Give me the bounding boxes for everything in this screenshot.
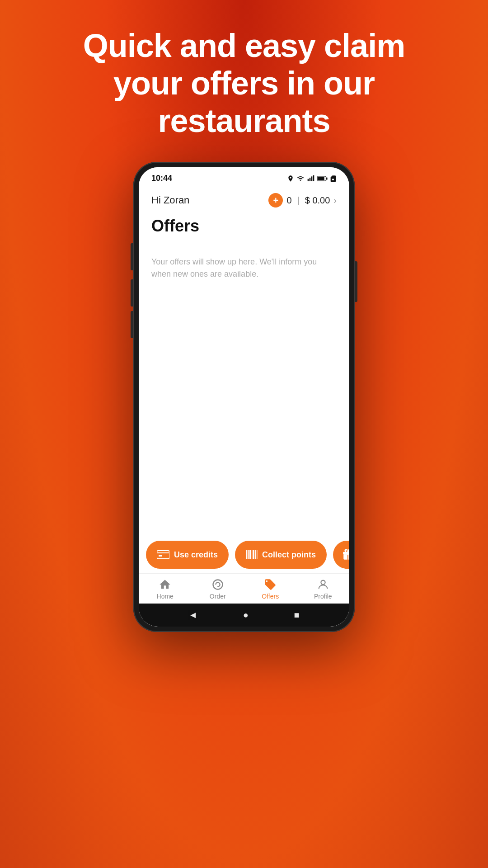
status-icons [287, 175, 337, 182]
phone-wrapper: 10:44 Hi Zoran + [0, 157, 488, 868]
credits-plus-icon: + [268, 193, 283, 208]
svg-rect-14 [253, 550, 254, 559]
home-icon [159, 578, 171, 591]
svg-rect-0 [308, 179, 309, 181]
collect-points-icon [246, 549, 258, 561]
nav-offers-label: Offers [262, 593, 279, 600]
gift-icon [342, 549, 349, 561]
top-bar: Hi Zoran + 0 | $ 0.00 › [139, 187, 349, 212]
svg-rect-11 [248, 550, 249, 559]
svg-point-17 [213, 580, 222, 590]
page-title: Offers [139, 212, 349, 243]
credits-chevron-icon: › [333, 195, 337, 206]
use-credits-button[interactable]: Use credits [146, 541, 229, 569]
system-nav-bar: ◄ ● ■ [139, 604, 349, 627]
svg-point-18 [321, 580, 325, 585]
credits-separator: | [297, 195, 300, 206]
svg-rect-15 [255, 550, 256, 559]
headline-line3: restaurants [158, 103, 330, 139]
greeting-text: Hi Zoran [151, 194, 189, 206]
recents-button[interactable]: ■ [294, 610, 300, 620]
nav-home-label: Home [157, 593, 174, 600]
svg-rect-2 [311, 176, 313, 181]
bottom-nav: Home Order [139, 573, 349, 604]
svg-rect-13 [252, 550, 253, 559]
back-button[interactable]: ◄ [188, 610, 197, 620]
svg-rect-10 [246, 550, 248, 559]
svg-rect-6 [317, 177, 324, 180]
collect-points-button[interactable]: Collect points [235, 541, 327, 569]
order-icon [211, 578, 224, 591]
offers-content: Your offers will show up here. We'll inf… [139, 243, 349, 533]
svg-rect-7 [157, 551, 169, 559]
home-button[interactable]: ● [243, 610, 249, 620]
nav-item-order[interactable]: Order [192, 578, 244, 600]
credits-amount: $ 0.00 [305, 195, 330, 206]
nav-profile-label: Profile [314, 593, 332, 600]
svg-rect-3 [313, 175, 314, 181]
nav-order-label: Order [210, 593, 226, 600]
phone-frame: 10:44 Hi Zoran + [133, 162, 355, 632]
nav-item-offers[interactable]: Offers [244, 578, 297, 600]
use-credits-icon [157, 550, 169, 560]
nav-item-home[interactable]: Home [139, 578, 192, 600]
phone-screen: 10:44 Hi Zoran + [139, 167, 349, 627]
signal-icon [307, 175, 315, 182]
offers-empty-message: Your offers will show up here. We'll inf… [151, 256, 337, 280]
credits-badge[interactable]: + 0 | $ 0.00 › [268, 193, 337, 208]
svg-rect-16 [257, 550, 258, 559]
headline-line2: your offers in our [113, 65, 375, 101]
svg-rect-12 [249, 550, 251, 559]
location-icon [287, 175, 294, 182]
headline-line1: Quick and easy claim [83, 28, 405, 64]
svg-rect-9 [159, 555, 162, 557]
sim-icon [329, 175, 337, 182]
status-bar: 10:44 [139, 167, 349, 187]
gift-button[interactable] [333, 541, 349, 569]
battery-icon [317, 175, 328, 182]
nav-item-profile[interactable]: Profile [297, 578, 350, 600]
svg-rect-5 [326, 177, 328, 179]
profile-icon [317, 578, 329, 591]
svg-rect-1 [310, 178, 311, 181]
credits-count: 0 [286, 195, 291, 206]
wifi-icon [296, 175, 305, 182]
offers-icon [264, 578, 277, 591]
status-time: 10:44 [151, 174, 172, 183]
headline: Quick and easy claim your offers in our … [47, 0, 441, 157]
action-buttons-row: Use credits Collect points [139, 533, 349, 573]
